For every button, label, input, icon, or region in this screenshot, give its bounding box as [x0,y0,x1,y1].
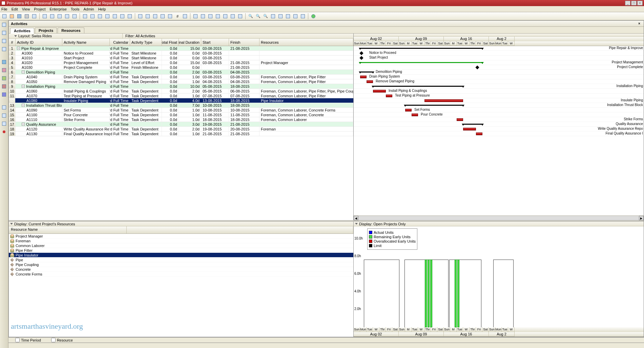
toolbar-btn[interactable] [230,13,236,19]
resource-row[interactable]: Common Laborer [9,243,353,248]
collapse-icon[interactable]: − [22,104,25,107]
side-btn[interactable] [1,129,7,135]
toolbar-save-icon[interactable] [16,13,22,19]
menu-enterprise[interactable]: Enterprise [50,7,67,11]
toolbar-open-icon[interactable] [9,13,15,19]
toolbar-btn[interactable] [104,13,110,19]
toolbar-print-icon[interactable] [24,13,30,19]
time-period-checkbox[interactable]: Time Period [15,338,41,342]
toolbar-preview-icon[interactable] [31,13,37,19]
resource-row[interactable]: Project Manager [9,234,353,239]
col-float[interactable]: Total Float [162,39,179,46]
toolbar-btn[interactable] [200,13,206,19]
table-row[interactable]: 6−Demolition Pipingndard Full Time0.0d2.… [9,70,353,75]
scroll-right-icon[interactable]: ► [639,216,644,220]
col-name[interactable]: Activity Name [62,39,110,46]
toolbar-btn[interactable] [237,13,243,19]
resource-row[interactable]: Pipe [9,258,353,262]
menu-file[interactable]: File [1,7,7,11]
col-rownum[interactable]: # [9,39,16,46]
toolbar-btn[interactable] [222,13,228,19]
toolbar-btn[interactable] [64,13,70,19]
toolbar-btn[interactable] [42,13,48,19]
toolbar-btn[interactable] [215,13,221,19]
side-btn[interactable] [1,104,7,110]
gantt-chart[interactable]: Aug 02Aug 09Aug 16Aug 2SunMonTueWThrFriS… [354,34,644,220]
toolbar-btn[interactable] [57,13,63,19]
resource-name-column[interactable]: Resource Name [9,226,127,233]
resource-row[interactable]: Concrete [9,267,353,272]
toolbar-btn[interactable] [112,13,118,19]
side-btn[interactable] [1,121,7,127]
col-start[interactable]: Start [201,39,229,46]
scroll-left-icon[interactable]: ◄ [354,216,358,220]
toolbar-btn[interactable] [127,13,133,19]
menu-tools[interactable]: Tools [71,7,80,11]
menu-edit[interactable]: Edit [12,7,18,11]
menu-view[interactable]: View [22,7,30,11]
table-row[interactable]: 3A1010Start Projectndard Full TimeStart … [9,56,353,60]
side-btn[interactable] [1,67,7,73]
table-row[interactable]: 1−Pipe Repair & Improvendard Full Time0.… [9,46,353,51]
toolbar-btn[interactable] [152,13,158,19]
toolbar-btn[interactable] [277,13,284,19]
table-row[interactable]: 9−Installation Pipingndard Full Time0.0d… [9,84,353,89]
table-row[interactable]: 18A1120Write Quality Assurance Reportnda… [9,127,353,131]
toolbar-btn[interactable] [137,13,143,19]
toolbar-btn[interactable] [49,13,55,19]
resource-row[interactable]: Foreman [9,239,353,243]
menu-project[interactable]: Project [34,7,45,11]
table-row[interactable]: 14A1090Set Formsndard Full TimeTask Depe… [9,108,353,112]
close-section-button[interactable]: × [637,21,642,26]
table-row[interactable]: 4A1020Project Managementndard Full TimeL… [9,60,353,65]
resource-row[interactable]: Concrete Forms [9,272,353,277]
table-row[interactable]: 11A1070Test Piping at Pressurendard Full… [9,94,353,98]
minimize-button[interactable]: _ [625,1,630,5]
toolbar-btn[interactable] [82,13,88,19]
table-row[interactable]: 10A1060Install Piping & Couplingsndard F… [9,89,353,94]
table-row[interactable]: 12A1080Insulate Pipingndard Full TimeTas… [9,98,353,103]
table-row[interactable]: 8A1050Remove Damaged Pipingndard Full Ti… [9,79,353,84]
side-btn[interactable] [1,83,7,89]
toolbar-btn[interactable] [182,13,188,19]
tab-resources[interactable]: Resources [58,27,84,33]
toolbar-btn[interactable]: # [174,13,181,19]
side-btn[interactable] [1,38,7,44]
col-type[interactable]: Activity Type [130,39,162,46]
menu-help[interactable]: Help [98,7,106,11]
side-btn[interactable] [1,112,7,119]
toolbar-btn[interactable] [119,13,125,19]
gantt-scrollbar[interactable]: ◄ ► [354,216,644,220]
col-id[interactable]: Activity ID [16,39,62,46]
toolbar-new-icon[interactable] [1,13,7,19]
zoom-out-icon[interactable]: 🔍 [255,13,261,19]
resource-list[interactable]: Project ManagerForemanCommon LaborerPipe… [9,234,353,337]
side-btn[interactable] [1,91,7,98]
gantt-body[interactable]: Pipe Repair & ImproveNotice to ProceedSt… [354,46,644,216]
toolbar-btn[interactable] [167,13,173,19]
table-body[interactable]: 1−Pipe Repair & Improvendard Full Time0.… [9,46,353,220]
resource-row[interactable]: Pipe Coupling [9,262,353,267]
layout-selector[interactable]: Layout: Swiss Rides [9,34,123,38]
usage-chart[interactable]: Actual UnitsRemaining Early UnitsOverall… [354,226,644,327]
col-resources[interactable]: Resources [259,39,353,46]
toolbar-btn[interactable] [160,13,166,19]
toolbar-btn[interactable] [207,13,213,19]
toolbar-btn[interactable] [292,13,298,19]
toolbar-btn[interactable] [300,13,306,19]
col-duration[interactable]: Original Duration [179,39,201,46]
toolbar-btn[interactable] [89,13,96,19]
help-icon[interactable] [310,13,316,19]
table-row[interactable]: 13−Installation Thrust Blockndard Full T… [9,103,353,108]
resource-panel-header[interactable]: Display: Current Project's Resources [9,222,353,226]
table-row[interactable]: 7A1040Drain Piping Systemndard Full Time… [9,75,353,79]
maximize-button[interactable]: □ [631,1,637,5]
toolbar-btn[interactable] [270,13,276,19]
usage-panel-header[interactable]: Display: Open Projects Only [354,222,644,226]
collapse-icon[interactable]: − [17,47,20,50]
toolbar-btn[interactable] [285,13,291,19]
filter-label[interactable]: Filter: All Activities [123,34,155,38]
toolbar-btn[interactable] [71,13,78,19]
col-finish[interactable]: Finish [229,39,259,46]
table-row[interactable]: 2A1000Notice to Proceedndard Full TimeSt… [9,51,353,56]
